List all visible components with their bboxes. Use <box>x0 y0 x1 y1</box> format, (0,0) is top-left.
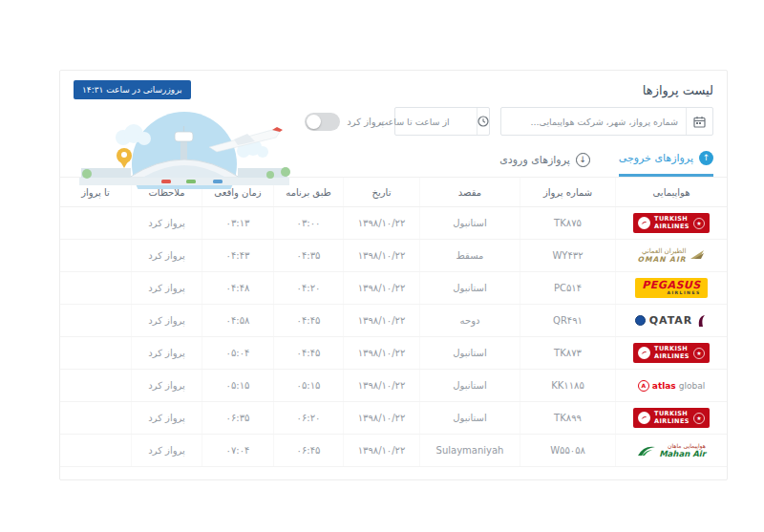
search-box <box>500 107 713 136</box>
airline-logo-cell: هواپیمایی ماهان Mahan Air <box>615 435 727 466</box>
time-range-box <box>394 107 490 136</box>
flight-date: ۱۳۹۸/۱۰/۲۲ <box>343 207 419 239</box>
to-flight <box>60 435 131 466</box>
calendar-icon[interactable] <box>686 108 712 135</box>
table-row: TURKISHAIRLINES ★ TK۸۷۳ استانبول ۱۳۹۸/۱۰… <box>60 337 727 370</box>
header-date: تاریخ <box>343 178 419 206</box>
flight-number: TK۸۹۹ <box>520 402 615 434</box>
airline-logo-cell: QATAR <box>615 305 727 336</box>
destination: استانبول <box>419 337 520 369</box>
flight-number: TK۸۷۵ <box>520 207 615 239</box>
tab-arrivals[interactable]: ↓ پروازهای ورودی <box>499 151 590 177</box>
pegasus-logo: PEGASUS AIRLINES <box>635 278 707 298</box>
remarks: پرواز کرد <box>131 240 202 271</box>
update-time-button[interactable]: بروزرسانی در ساعت ۱۴:۳۱ <box>74 80 191 99</box>
destination: Sulaymaniyah <box>419 435 520 466</box>
atlas-circle-icon: A <box>638 380 649 392</box>
airline-logo-cell: TURKISHAIRLINES ★ <box>615 337 727 369</box>
search-input[interactable] <box>501 108 686 135</box>
scheduled-time: ۰۶:۲۰ <box>273 402 343 434</box>
departed-toggle-label: پرواز کرد <box>347 117 384 127</box>
flight-date: ۱۳۹۸/۱۰/۲۲ <box>343 402 419 434</box>
airport-illustration <box>74 109 295 189</box>
turkish-airlines-logo: TURKISHAIRLINES ★ <box>633 343 710 363</box>
actual-time: ۰۴:۵۸ <box>202 305 273 336</box>
to-flight <box>60 337 131 369</box>
turkish-bird-icon <box>638 347 650 359</box>
actual-time: ۰۵:۰۴ <box>202 337 273 369</box>
table-row: PEGASUS AIRLINES PC۵۱۴ استانبول ۱۳۹۸/۱۰/… <box>60 272 727 305</box>
remarks: پرواز کرد <box>131 272 202 304</box>
remarks: پرواز کرد <box>131 402 202 434</box>
airline-logo-cell: A atlasglobal <box>615 370 727 401</box>
flight-date: ۱۳۹۸/۱۰/۲۲ <box>343 305 419 336</box>
actual-time: ۰۴:۴۳ <box>202 240 273 271</box>
table-row: QATAR QR۴۹۱ دوحه ۱۳۹۸/۱۰/۲۲ ۰۴:۴۵ ۰۴:۵۸ … <box>60 305 727 337</box>
star-badge-icon: ★ <box>693 218 705 229</box>
star-badge-icon: ★ <box>693 413 705 424</box>
turkish-bird-icon <box>638 412 650 424</box>
turkish-airlines-logo: TURKISHAIRLINES ★ <box>633 408 710 428</box>
flight-date: ۱۳۹۸/۱۰/۲۲ <box>343 370 419 401</box>
flight-date: ۱۳۹۸/۱۰/۲۲ <box>343 337 419 369</box>
table-row: TURKISHAIRLINES ★ TK۸۹۹ استانبول ۱۳۹۸/۱۰… <box>60 402 727 435</box>
remarks: پرواز کرد <box>131 370 202 401</box>
turkish-bird-icon <box>638 217 650 229</box>
up-arrow-circle-icon: ↑ <box>699 151 713 165</box>
to-flight <box>60 402 131 434</box>
to-flight <box>60 207 131 239</box>
departed-toggle[interactable] <box>305 113 340 131</box>
atlasglobal-logo: A atlasglobal <box>638 380 705 392</box>
turkish-airlines-logo: TURKISHAIRLINES ★ <box>633 213 710 233</box>
flight-number: KK۱۱۸۵ <box>520 370 615 401</box>
table-row: A atlasglobal KK۱۱۸۵ استانبول ۱۳۹۸/۱۰/۲۲… <box>60 370 727 402</box>
remarks: پرواز کرد <box>131 337 202 369</box>
destination: استانبول <box>419 272 520 304</box>
scheduled-time: ۰۴:۲۰ <box>273 272 343 304</box>
remarks: پرواز کرد <box>131 435 202 466</box>
airline-logo-cell: TURKISHAIRLINES ★ <box>615 207 727 239</box>
actual-time: ۰۳:۱۳ <box>202 207 273 239</box>
table-row: TURKISHAIRLINES ★ TK۸۷۵ استانبول ۱۳۹۸/۱۰… <box>60 207 727 240</box>
map-pin-icon <box>117 148 132 168</box>
table-row: الطيران العماني OMAN AIR WY۴۳۲ مسقط ۱۳۹۸… <box>60 240 727 272</box>
actual-time: ۰۷:۰۴ <box>202 435 273 466</box>
destination: استانبول <box>419 402 520 434</box>
mahan-bird-icon <box>637 444 656 458</box>
qatar-airways-logo: QATAR <box>635 314 709 328</box>
oman-wing-icon <box>690 249 705 261</box>
destination: استانبول <box>419 370 520 401</box>
star-badge-icon: ★ <box>693 348 705 359</box>
flight-date: ۱۳۹۸/۱۰/۲۲ <box>343 435 419 466</box>
qatar-globe-icon <box>635 315 646 326</box>
down-arrow-circle-icon: ↓ <box>576 153 590 167</box>
scheduled-time: ۰۴:۴۵ <box>273 337 343 369</box>
flight-number: WY۴۳۲ <box>520 240 615 271</box>
tab-arrivals-label: پروازهای ورودی <box>499 154 570 166</box>
flight-date: ۱۳۹۸/۱۰/۲۲ <box>343 272 419 304</box>
destination: دوحه <box>419 305 520 336</box>
flight-number: W۵۵۰۵۸ <box>520 435 615 466</box>
oman-air-logo: الطيران العماني OMAN AIR <box>638 247 706 264</box>
scheduled-time: ۰۵:۱۵ <box>273 370 343 401</box>
destination: استانبول <box>419 207 520 239</box>
card-header: لیست پروازها بروزرسانی در ساعت ۱۴:۳۱ <box>60 71 727 105</box>
actual-time: ۰۴:۴۸ <box>202 272 273 304</box>
to-flight <box>60 272 131 304</box>
header-airline: هواپیمایی <box>615 178 727 206</box>
header-flight: شماره پرواز <box>520 178 615 206</box>
flight-number: QR۴۹۱ <box>520 305 615 336</box>
clock-icon[interactable] <box>477 108 489 135</box>
qatar-oryx-icon <box>696 314 708 328</box>
table-row: هواپیمایی ماهان Mahan Air W۵۵۰۵۸ Sulayma… <box>60 435 727 467</box>
actual-time: ۰۶:۳۵ <box>202 402 273 434</box>
scheduled-time: ۰۴:۳۵ <box>273 240 343 271</box>
to-flight <box>60 240 131 271</box>
airline-logo-cell: الطيران العماني OMAN AIR <box>615 240 727 271</box>
airline-logo-cell: TURKISHAIRLINES ★ <box>615 402 727 434</box>
scheduled-time: ۰۶:۴۵ <box>273 435 343 466</box>
tab-departures[interactable]: ↑ پروازهای خروجی <box>619 151 713 177</box>
departed-toggle-group: پرواز کرد <box>305 113 384 131</box>
flight-number: PC۵۱۴ <box>520 272 615 304</box>
to-flight <box>60 305 131 336</box>
